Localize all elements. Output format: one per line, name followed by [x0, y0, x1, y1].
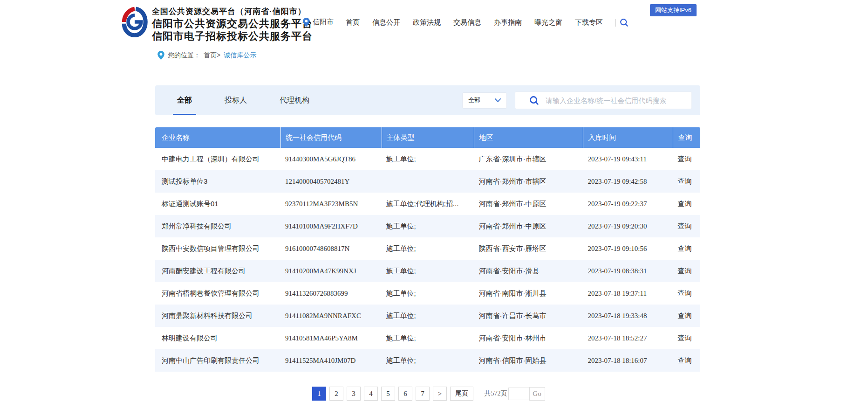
- query-link[interactable]: 查询: [673, 267, 700, 276]
- credit-code-cell: 914113260726883699: [280, 290, 381, 298]
- col-header-entry-time: 入库时间: [583, 127, 673, 148]
- query-link[interactable]: 查询: [673, 334, 700, 343]
- site-logo-icon: [120, 7, 149, 39]
- table-row: 河南省梧桐巷餐饮管理有限公司914113260726883699施工单位;河南省…: [155, 282, 700, 305]
- pagination-total: 共572页: [485, 389, 507, 398]
- location-pin-icon: [303, 18, 310, 27]
- table-row: 中建电力工程（深圳）有限公司91440300MA5G6JQT86施工单位;广东省…: [155, 148, 700, 170]
- breadcrumb-label: 您的位置：: [168, 51, 200, 60]
- nav-info-disclosure[interactable]: 信息公开: [372, 18, 400, 27]
- city-label: 信阳市: [313, 18, 334, 27]
- entity-type-cell: 施工单位;: [382, 289, 474, 298]
- entity-type-cell: 施工单位;: [382, 334, 474, 343]
- nav-downloads[interactable]: 下载专区: [575, 18, 603, 27]
- page-button[interactable]: 2: [329, 387, 343, 401]
- company-name-cell: 河南鼎聚新材料科技有限公司: [155, 312, 280, 320]
- col-header-company-name: 企业名称: [155, 127, 280, 148]
- breadcrumb-current-link[interactable]: 诚信库公示: [224, 51, 256, 60]
- search-input[interactable]: [546, 97, 691, 104]
- filter-bar: 全部 投标人 代理机构 全部: [155, 85, 700, 115]
- region-cell: 河南省·郑州市·中原区: [474, 200, 583, 208]
- company-name-cell: 中建电力工程（深圳）有限公司: [155, 155, 280, 164]
- go-button[interactable]: Go: [529, 387, 545, 401]
- entry-time-cell: 2023-07-19 08:38:31: [583, 267, 673, 275]
- tab-agencies[interactable]: 代理机构: [275, 85, 314, 115]
- last-page-button[interactable]: 尾页: [450, 387, 473, 401]
- companies-table: 企业名称 统一社会信用代码 主体类型 地区 入库时间 查询 中建电力工程（深圳）…: [155, 127, 700, 372]
- nav-exposure[interactable]: 曝光之窗: [534, 18, 562, 27]
- col-header-query: 查询: [673, 127, 700, 148]
- page-button-active[interactable]: 1: [312, 387, 326, 401]
- table-row: 测试投标单位312140000405702481Y河南省·郑州市·市辖区2023…: [155, 170, 700, 193]
- search-box: [515, 91, 692, 109]
- nav-trade-info[interactable]: 交易信息: [453, 18, 481, 27]
- credit-code-cell: 91410100MA9F2HXF7D: [280, 222, 381, 230]
- region-cell: 河南省·安阳市·林州市: [474, 334, 583, 343]
- pagination: 1234567>尾页 共572页 Go: [155, 387, 700, 401]
- page-button[interactable]: 5: [381, 387, 395, 401]
- entry-time-cell: 2023-07-18 18:16:07: [583, 357, 673, 365]
- company-name-cell: 郑州常净科技有限公司: [155, 222, 280, 231]
- query-link[interactable]: 查询: [673, 177, 700, 186]
- query-link[interactable]: 查询: [673, 222, 700, 231]
- query-link[interactable]: 查询: [673, 244, 700, 253]
- site-title-line3: 信阳市电子招标投标公共服务平台: [152, 30, 313, 42]
- credit-code-cell: 92370112MA3F23MB5N: [280, 200, 381, 208]
- page-button[interactable]: 4: [364, 387, 378, 401]
- main-nav: 首页 信息公开 政策法规 交易信息 办事指南 曝光之窗 下载专区: [346, 0, 629, 45]
- nav-divider: [615, 19, 616, 27]
- table-row: 郑州常净科技有限公司91410100MA9F2HXF7D施工单位;河南省·郑州市…: [155, 215, 700, 237]
- entry-time-cell: 2023-07-19 09:43:11: [583, 155, 673, 163]
- main-content: 全部 投标人 代理机构 全部 企业名称 统一社会: [155, 85, 700, 401]
- page-button[interactable]: 6: [398, 387, 412, 401]
- site-title-line1: 全国公共资源交易平台（河南省·信阳市）: [152, 6, 313, 17]
- tab-bidders[interactable]: 投标人: [220, 85, 251, 115]
- credit-code-cell: 91610000748608817N: [280, 245, 381, 253]
- query-link[interactable]: 查询: [673, 200, 700, 208]
- table-row: 林明建设有限公司91410581MA46P5YA8M施工单位;河南省·安阳市·林…: [155, 327, 700, 349]
- region-cell: 河南省·信阳市·固始县: [474, 356, 583, 365]
- site-titles: 全国公共资源交易平台（河南省·信阳市） 信阳市公共资源交易公共服务平台 信阳市电…: [152, 6, 313, 42]
- table-row: 标证通测试账号0192370112MA3F23MB5N施工单位;代理机构;招..…: [155, 193, 700, 215]
- chevron-down-icon: [495, 98, 501, 103]
- table-header-row: 企业名称 统一社会信用代码 主体类型 地区 入库时间 查询: [155, 127, 700, 148]
- nav-guide[interactable]: 办事指南: [494, 18, 522, 27]
- city-selector[interactable]: 信阳市: [303, 18, 334, 27]
- category-dropdown[interactable]: 全部: [462, 92, 507, 109]
- credit-code-cell: 91410581MA46P5YA8M: [280, 334, 381, 342]
- entity-type-cell: 施工单位;: [382, 312, 474, 320]
- page-button[interactable]: 3: [347, 387, 361, 401]
- entry-time-cell: 2023-07-19 09:20:30: [583, 222, 673, 230]
- query-link[interactable]: 查询: [673, 155, 700, 164]
- credit-code-cell: 12140000405702481Y: [280, 178, 381, 186]
- region-cell: 陕西省·西安市·雁塔区: [474, 244, 583, 253]
- entry-time-cell: 2023-07-19 09:42:58: [583, 178, 673, 186]
- site-header: 全国公共资源交易平台（河南省·信阳市） 信阳市公共资源交易公共服务平台 信阳市电…: [0, 0, 868, 45]
- query-link[interactable]: 查询: [673, 312, 700, 320]
- page-number-input[interactable]: [508, 388, 530, 400]
- query-link[interactable]: 查询: [673, 356, 700, 365]
- company-name-cell: 河南省梧桐巷餐饮管理有限公司: [155, 289, 280, 298]
- region-cell: 河南省·南阳市·淅川县: [474, 289, 583, 298]
- entry-time-cell: 2023-07-18 19:33:48: [583, 312, 673, 320]
- nav-policies[interactable]: 政策法规: [413, 18, 441, 27]
- region-cell: 河南省·郑州市·中原区: [474, 222, 583, 231]
- region-cell: 广东省·深圳市·市辖区: [474, 155, 583, 164]
- entity-type-cell: 施工单位;: [382, 155, 474, 164]
- nav-home[interactable]: 首页: [346, 18, 360, 27]
- search-input-icon[interactable]: [529, 96, 539, 105]
- col-header-region: 地区: [474, 127, 583, 148]
- tab-all[interactable]: 全部: [173, 85, 196, 115]
- category-dropdown-value: 全部: [468, 96, 480, 104]
- company-name-cell: 标证通测试账号01: [155, 200, 280, 208]
- query-link[interactable]: 查询: [673, 289, 700, 298]
- entry-time-cell: 2023-07-19 09:10:56: [583, 245, 673, 253]
- table-row: 河南酬安建设工程有限公司91410200MA47K99NXJ施工单位;河南省·安…: [155, 260, 700, 282]
- ipv6-badge: 网站支持IPv6: [650, 4, 697, 16]
- page-button[interactable]: 7: [416, 387, 430, 401]
- search-icon[interactable]: [620, 18, 629, 27]
- col-header-credit-code: 统一社会信用代码: [280, 127, 381, 148]
- col-header-entity-type: 主体类型: [382, 127, 474, 148]
- next-page-button[interactable]: >: [433, 387, 447, 401]
- breadcrumb-home-link[interactable]: 首页: [204, 51, 217, 59]
